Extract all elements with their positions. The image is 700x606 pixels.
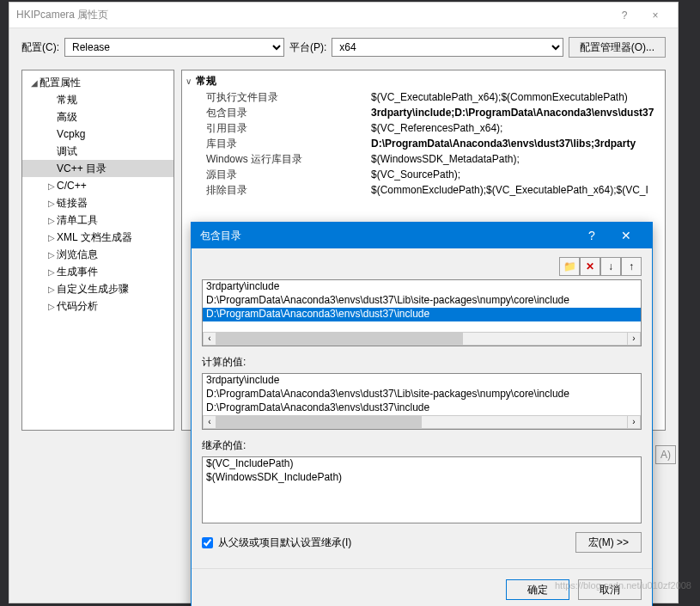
grid-row[interactable]: 引用目录$(VC_ReferencesPath_x64); (186, 120, 661, 136)
config-label: 配置(C): (21, 40, 59, 55)
scroll-thumb[interactable] (216, 416, 422, 428)
config-row: 配置(C): Release 平台(P): x64 配置管理器(O)... (9, 28, 678, 70)
tree-node-label: 高级 (57, 110, 77, 125)
close-button[interactable]: × (640, 9, 671, 21)
grid-row[interactable]: 排除目录$(CommonExcludePath);$(VC_Executable… (186, 182, 661, 198)
inherit-checkbox-label[interactable]: 从父级或项目默认设置继承(I) (218, 536, 351, 550)
scroll-left-icon[interactable]: ‹ (203, 332, 216, 346)
list-item: D:\ProgramData\Anaconda3\envs\dust37\Lib… (203, 388, 641, 401)
tree-node[interactable]: ▷生成事件 (22, 263, 173, 280)
tree-node[interactable]: Vcpkg (22, 125, 173, 143)
tree-node-label: XML 文档生成器 (57, 230, 132, 245)
window-title: HKIPcamera 属性页 (16, 8, 609, 22)
prop-value[interactable]: D:\ProgramData\Anaconda3\envs\dust37\lib… (371, 138, 661, 150)
tree-node[interactable]: ▷C/C++ (22, 177, 173, 194)
watermark-text: https://blog.csdn.net/u010zf2008 (555, 580, 691, 591)
expand-icon[interactable]: ▷ (46, 216, 57, 225)
config-select[interactable]: Release (64, 38, 284, 57)
expand-icon[interactable]: ▷ (46, 302, 57, 311)
prop-label: Windows 运行库目录 (186, 152, 371, 167)
popup-title: 包含目录 (200, 229, 575, 243)
tree-node[interactable]: 调试 (22, 143, 173, 160)
expand-icon[interactable]: ▷ (46, 233, 57, 242)
tree-node[interactable]: ▷代码分析 (22, 297, 173, 315)
scroll-thumb[interactable] (216, 333, 463, 345)
grid-row[interactable]: 库目录D:\ProgramData\Anaconda3\envs\dust37\… (186, 136, 661, 151)
grid-header[interactable]: ∨ 常规 (186, 72, 661, 89)
tree-node-label: 配置属性 (40, 76, 81, 90)
macros-button[interactable]: 宏(M) >> (575, 532, 642, 553)
config-manager-button[interactable]: 配置管理器(O)... (569, 37, 666, 58)
tree-node[interactable]: 常规 (22, 91, 173, 108)
prop-label: 源目录 (186, 168, 371, 182)
list-item[interactable]: 3rdparty\include (203, 280, 641, 294)
tree-node-label: 常规 (57, 93, 77, 107)
grid-row[interactable]: Windows 运行库目录$(WindowsSDK_MetadataPath); (186, 151, 661, 167)
tree-node[interactable]: VC++ 目录 (22, 160, 173, 177)
delete-line-button[interactable]: ✕ (580, 257, 600, 276)
prop-value[interactable]: $(VC_ExecutablePath_x64);$(CommonExecuta… (371, 91, 661, 103)
list-toolbar: 📁 ✕ ↓ ↑ (202, 257, 642, 276)
scroll-right-icon[interactable]: › (627, 332, 641, 346)
expand-icon[interactable]: ▷ (46, 285, 57, 294)
tree-node-label: Vcpkg (57, 128, 85, 140)
expand-icon[interactable]: ◢ (29, 78, 40, 88)
inherited-listbox: $(VC_IncludePath)$(WindowsSDK_IncludePat… (202, 456, 642, 523)
tree-node-label: 调试 (57, 144, 77, 159)
new-line-button[interactable]: 📁 (559, 257, 580, 276)
h-scrollbar[interactable]: ‹ › (203, 332, 641, 346)
prop-value[interactable]: $(VC_SourcePath); (371, 168, 661, 181)
apply-button-fragment[interactable]: A) (655, 445, 676, 464)
tree-node-label: 生成事件 (57, 265, 98, 279)
prop-label: 引用目录 (186, 121, 371, 136)
list-item: 3rdparty\include (203, 374, 641, 388)
popup-help-button[interactable]: ? (575, 229, 609, 242)
expand-icon[interactable]: ▷ (46, 181, 57, 191)
prop-value[interactable]: $(WindowsSDK_MetadataPath); (371, 153, 661, 165)
tree-node[interactable]: ▷清单工具 (22, 211, 173, 229)
expand-icon[interactable]: ▷ (46, 250, 57, 260)
grid-header-title: 常规 (196, 74, 216, 89)
prop-label: 包含目录 (186, 106, 371, 120)
tree-node-label: 代码分析 (57, 299, 98, 314)
tree-node[interactable]: ▷浏览信息 (22, 246, 173, 263)
computed-listbox: 3rdparty\includeD:\ProgramData\Anaconda3… (202, 373, 642, 430)
paths-listbox[interactable]: 3rdparty\includeD:\ProgramData\Anaconda3… (202, 279, 642, 346)
move-down-button[interactable]: ↓ (600, 257, 621, 276)
tree-node[interactable]: 高级 (22, 108, 173, 125)
tree-node[interactable]: ▷XML 文档生成器 (22, 229, 173, 246)
collapse-icon[interactable]: ∨ (186, 77, 196, 86)
grid-row[interactable]: 包含目录3rdparty\include;D:\ProgramData\Anac… (186, 105, 661, 120)
tree-node-label: 清单工具 (57, 213, 98, 228)
inherit-checkbox[interactable] (202, 537, 213, 548)
tree-node[interactable]: ◢配置属性 (22, 74, 173, 91)
help-button[interactable]: ? (609, 9, 640, 21)
tree-node-label: 链接器 (57, 196, 88, 211)
platform-label: 平台(P): (289, 40, 326, 55)
scroll-right-icon[interactable]: › (627, 415, 641, 429)
popup-close-button[interactable]: ✕ (609, 229, 643, 242)
prop-value[interactable]: $(CommonExcludePath);$(VC_ExecutablePath… (371, 184, 661, 196)
prop-value[interactable]: $(VC_ReferencesPath_x64); (371, 122, 661, 134)
grid-row[interactable]: 可执行文件目录$(VC_ExecutablePath_x64);$(Common… (186, 89, 661, 105)
tree-node[interactable]: ▷链接器 (22, 194, 173, 211)
prop-value[interactable]: 3rdparty\include;D:\ProgramData\Anaconda… (371, 107, 661, 119)
computed-label: 计算的值: (202, 355, 642, 370)
list-item[interactable]: D:\ProgramData\Anaconda3\envs\dust37\Lib… (203, 294, 641, 308)
move-up-button[interactable]: ↑ (621, 257, 642, 276)
tree-node-label: VC++ 目录 (57, 162, 107, 176)
titlebar: HKIPcamera 属性页 ? × (9, 3, 678, 28)
expand-icon[interactable]: ▷ (46, 199, 57, 208)
list-item[interactable]: D:\ProgramData\Anaconda3\envs\dust37\inc… (203, 308, 641, 321)
list-item: $(WindowsSDK_IncludePath) (203, 471, 641, 485)
platform-select[interactable]: x64 (332, 38, 563, 57)
prop-label: 排除目录 (186, 183, 371, 198)
tree-node-label: 浏览信息 (57, 248, 98, 262)
grid-row[interactable]: 源目录$(VC_SourcePath); (186, 167, 661, 182)
h-scrollbar-computed[interactable]: ‹ › (203, 415, 641, 429)
tree-node[interactable]: ▷自定义生成步骤 (22, 280, 173, 297)
tree-node-label: C/C++ (57, 180, 87, 192)
expand-icon[interactable]: ▷ (46, 267, 57, 277)
category-tree[interactable]: ◢配置属性常规高级Vcpkg调试VC++ 目录▷C/C++▷链接器▷清单工具▷X… (21, 70, 174, 431)
scroll-left-icon[interactable]: ‹ (203, 415, 216, 429)
